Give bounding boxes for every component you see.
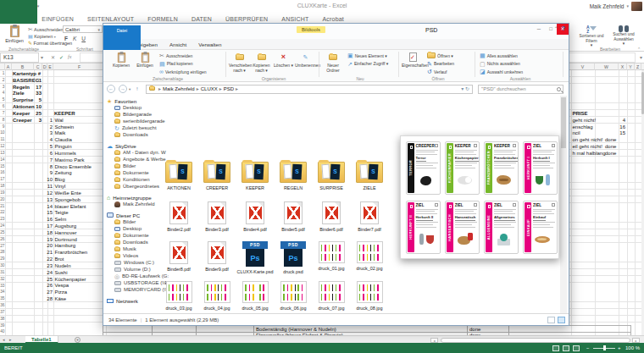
history-dropdown-icon[interactable]: ▾ (129, 87, 130, 91)
button-ausschneiden[interactable]: ✂Ausschneiden (159, 52, 192, 59)
row-header-30[interactable]: 30 (0, 263, 5, 268)
sidebar-item-videos[interactable]: Videos (114, 252, 138, 259)
cell-bottom-text[interactable]: Bodenständig (Hannover & Nudeln) (256, 327, 336, 333)
row-header-20[interactable]: 20 (0, 197, 5, 201)
tab-datei[interactable]: DATEI (0, 0, 37, 24)
cell-summary-value[interactable]: 1 (34, 78, 42, 84)
up-icon[interactable]: ↑ (132, 85, 142, 93)
cell-keeper-num[interactable]: 22 (46, 256, 53, 262)
row-header-36[interactable]: 36 (0, 303, 5, 307)
cell-fragment-label[interactable]: h mal halblang (573, 151, 606, 157)
account-area[interactable]: Maik Zehnfeld ▾ (590, 0, 642, 12)
cell-keeper-num[interactable]: 21 (46, 250, 53, 256)
hscroll-left-icon[interactable]: ◂ (430, 338, 438, 343)
button-verlauf[interactable]: ↺Verlauf (427, 68, 447, 75)
cell-summary-label[interactable]: Ziele (13, 91, 25, 97)
sidebar-item-musik[interactable]: Musik (114, 245, 136, 252)
cell-fragment-value[interactable]: 4 (603, 118, 625, 124)
file-item-binder7-pdf[interactable]: Binder7.pdf (351, 200, 388, 237)
row-header-28[interactable]: 28 (0, 250, 5, 254)
copy-button[interactable]: ▤ Kopieren ▾ (28, 34, 56, 40)
cell-keeper-name[interactable]: Spongebob (55, 197, 81, 203)
row-header-4[interactable]: 4 (0, 91, 5, 95)
file-item-druck-05-jpg[interactable]: druck_05.jpg (236, 279, 274, 313)
row-header-21[interactable]: 21 (0, 204, 5, 208)
cell-keeper-name[interactable]: Käse (55, 296, 67, 302)
cell-keeper-num[interactable]: 14 (46, 204, 53, 210)
breadcrumb[interactable]: ▸Maik Zehnfeld▸CLUXX▸PSD▸▾ ↻ (146, 85, 473, 94)
minimize-button[interactable]: ─ (533, 24, 545, 35)
format-painter-button[interactable]: ✎ Format übertragen (28, 41, 72, 47)
button-verschieben-nach[interactable]: Verschieben nach ▾ (229, 51, 250, 73)
cell-keeper-num[interactable]: 12 (46, 190, 53, 196)
sheet-nav-left-icon[interactable]: ◂ (3, 337, 5, 342)
cell-summary-value[interactable]: 17 (34, 85, 42, 91)
row-header-9[interactable]: 9 (0, 124, 5, 129)
cell-keeper-name[interactable]: Hummels (55, 151, 76, 157)
col-header-X[interactable]: X (619, 63, 627, 70)
cell-fragment-value[interactable]: 15 (603, 130, 625, 136)
row-header-15[interactable]: 15 (0, 164, 5, 168)
sidebar-item-serienbildergarade[interactable]: serienbildergarade (114, 118, 165, 124)
cell-fragment-label[interactable]: eil geht nicht! (573, 144, 602, 150)
file-item-druck-07-jpg[interactable]: druck_07.jpg (313, 279, 350, 313)
row-header-5[interactable]: 5 (0, 97, 5, 102)
sidebar-item-desktop[interactable]: Desktop (114, 225, 142, 232)
cell-fragment-status[interactable]: done (605, 137, 616, 143)
cell-kartentyp-title[interactable]: Kartentyp # (13, 71, 41, 77)
row-header-37[interactable]: 37 (0, 310, 5, 314)
sidebar-item-desktop[interactable]: Desktop (114, 104, 142, 111)
button-auswahl-umkehren[interactable]: ◪Auswahl umkehren (480, 68, 523, 75)
view-layout-icon[interactable] (563, 345, 569, 351)
zoom-out-icon[interactable]: − (586, 345, 590, 350)
cell-keeper-name[interactable]: Hannover (55, 230, 77, 236)
file-item-druck-psd[interactable]: PSDPsdruck.psd (275, 240, 312, 277)
cell-keeper-name[interactable]: Selm (55, 217, 67, 223)
cell-keeper-num[interactable]: 27 (46, 290, 53, 295)
row-header-13[interactable]: 13 (0, 151, 5, 155)
cell-keeper-num[interactable]: 26 (46, 283, 53, 289)
file-item-binder3-pdf[interactable]: Binder3.pdf (198, 200, 236, 237)
cell-keeper-num[interactable]: 4 (46, 137, 53, 143)
sidebar-item-windows-c-[interactable]: Windows (C:) (114, 259, 154, 266)
cell-keeper-num[interactable]: 20 (46, 243, 53, 249)
enter-icon[interactable]: ✓ (59, 54, 64, 60)
row-header-33[interactable]: 33 (0, 284, 5, 288)
zoom-level[interactable]: 100 % (625, 345, 640, 350)
back-icon[interactable]: ← (107, 85, 115, 93)
button-nichts-auswählen[interactable]: ▢Nichts auswählen (480, 60, 520, 68)
row-header-22[interactable]: 22 (0, 210, 5, 214)
sidebar-item-bildergarade[interactable]: Bildergarade (114, 111, 152, 118)
cell-keeper-num[interactable]: 2 (46, 124, 53, 130)
sidebar-item-übergeordnetes[interactable]: Übergeordnetes (114, 183, 159, 190)
cell-keeper-name[interactable]: Pinguin (55, 144, 72, 150)
cell-keeper-name[interactable]: Wal (55, 118, 64, 124)
row-header-7[interactable]: 7 (0, 111, 5, 115)
row-header-38[interactable]: 38 (0, 317, 5, 321)
button-pfad-kopieren[interactable]: ▤Pfad kopieren (159, 60, 192, 68)
cell-keeper-num[interactable]: 28 (46, 296, 53, 302)
breadcrumb-segment[interactable]: PSD (224, 86, 234, 91)
cell-keeper-num[interactable]: 8 (46, 164, 53, 170)
cell-keeper-name[interactable]: Vinyl (55, 184, 66, 190)
cell-keeper-num[interactable]: 23 (46, 263, 53, 269)
cancel-icon[interactable]: ✕ (51, 54, 55, 60)
font-style-K[interactable]: K (73, 36, 76, 41)
cell-keeper-name[interactable]: Augsburg (55, 223, 77, 229)
breadcrumb-segment[interactable]: CLUXX (201, 86, 218, 91)
col-header-F[interactable]: F (53, 63, 106, 70)
sidebar-item-zuletzt-besucht[interactable]: ↻Zuletzt besucht (114, 124, 157, 131)
file-item-binder5-pdf[interactable]: Binder5.pdf (275, 200, 312, 237)
sidebar-item-dokumente[interactable]: Dokumente (114, 232, 149, 239)
cell-keeper-name[interactable]: Schwein (55, 124, 75, 130)
sidebar-item-downloads[interactable]: Downloads (114, 239, 148, 245)
row-header-2[interactable]: 2 (0, 78, 5, 82)
button-verknüpfung-einfügen[interactable]: ∞Verknüpfung einfügen (159, 68, 207, 75)
font-name-input[interactable]: Calibri▾ (63, 25, 103, 33)
zoom-in-icon[interactable]: + (618, 345, 621, 350)
sidebar-section-favoriten[interactable]: ★Favoriten (107, 97, 136, 104)
sidebar-item-maik-zehnfeld[interactable]: Maik Zehnfeld (114, 201, 155, 207)
cell-keeper-num[interactable]: 6 (46, 151, 53, 157)
file-item-ziele[interactable]: SZIELE (351, 160, 388, 197)
cell-keeper-name[interactable]: Blog (55, 177, 65, 183)
